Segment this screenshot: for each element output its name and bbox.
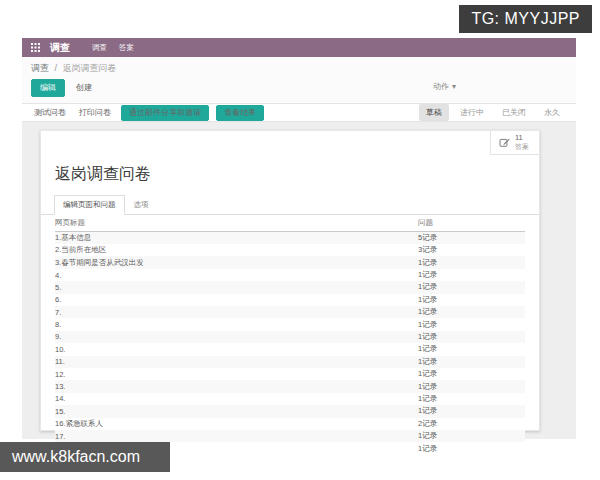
- status-step[interactable]: 进行中: [453, 104, 491, 121]
- app-window: 调查 调查 答案 调查 / 返岗调查问卷 编辑 创建 动作 ▾: [22, 38, 576, 437]
- view-buttons-row: 测试问卷 打印问卷 通过邮件分享和邀请 查看结果 草稿 进行中 已关闭 永久: [22, 103, 576, 122]
- question-count-cell: 1记录: [418, 258, 525, 268]
- action-dropdown[interactable]: 动作 ▾: [433, 81, 456, 92]
- navbar-menu-item[interactable]: 答案: [119, 43, 134, 53]
- page-title-cell: 1.基本信息: [55, 233, 418, 243]
- question-count-cell: 1记录: [418, 369, 525, 379]
- question-count-cell: 1记录: [418, 332, 525, 342]
- question-count-cell: 1记录: [418, 406, 525, 416]
- table-row[interactable]: 16.紧急联系人 2记录: [55, 418, 525, 430]
- notebook-tab[interactable]: 选项: [125, 195, 158, 215]
- page-title-cell: 16.紧急联系人: [55, 419, 418, 429]
- notebook-tabs: 编辑页面和问题 选项: [54, 194, 539, 214]
- answers-stat-button[interactable]: 11 答案: [490, 131, 539, 155]
- top-navbar: 调查 调查 答案: [22, 38, 576, 57]
- navbar-menu-item[interactable]: 调查: [92, 43, 107, 53]
- question-count-cell: 1记录: [418, 382, 525, 392]
- question-count-cell: 1记录: [418, 431, 525, 441]
- table-row[interactable]: 7. 1记录: [55, 306, 525, 318]
- table-row[interactable]: 6. 1记录: [55, 294, 525, 306]
- table-row[interactable]: 15. 1记录: [55, 405, 525, 417]
- question-count-cell: 1记录: [418, 307, 525, 317]
- status-step[interactable]: 草稿: [419, 104, 449, 121]
- page-title-cell: 2.当前所在地区: [55, 245, 418, 255]
- view-button[interactable]: 通过邮件分享和邀请: [121, 105, 209, 121]
- edit-button[interactable]: 编辑: [31, 79, 65, 97]
- question-count-cell: 1记录: [418, 394, 525, 404]
- question-count-cell: 1记录: [418, 344, 525, 354]
- table-row[interactable]: 5. 1记录: [55, 281, 525, 293]
- table-row[interactable]: 13. 1记录: [55, 380, 525, 392]
- question-count-cell: 1记录: [418, 282, 525, 292]
- page-title-cell: 5.: [55, 283, 418, 292]
- actions-row: 编辑 创建 动作 ▾: [31, 79, 567, 103]
- table-row[interactable]: 14. 1记录: [55, 393, 525, 405]
- pages-table: 网页标题 问题 1.基本信息 5记录 2.当前所在地区 3记录: [55, 215, 525, 455]
- content-area: 11 答案 返岗调查问卷 编辑页面和问题 选项 网页标题 问题: [22, 122, 576, 439]
- table-header-row: 网页标题 问题: [55, 215, 525, 232]
- view-button[interactable]: 打印问卷: [76, 104, 114, 122]
- question-count-cell: 1记录: [418, 320, 525, 330]
- answers-label: 答案: [515, 143, 529, 151]
- page-title-cell: 13.: [55, 382, 418, 391]
- table-row[interactable]: 12. 1记录: [55, 368, 525, 380]
- table-row[interactable]: 10. 1记录: [55, 343, 525, 355]
- table-row[interactable]: 8. 1记录: [55, 318, 525, 330]
- site-watermark: www.k8kfacn.com: [0, 442, 170, 472]
- page-title-cell: 12.: [55, 370, 418, 379]
- notebook-tab[interactable]: 编辑页面和问题: [54, 195, 125, 215]
- statusbar: 草稿 进行中 已关闭 永久: [419, 104, 567, 121]
- apps-grid-icon[interactable]: [31, 43, 40, 52]
- page-title: 返岗调查问卷: [55, 164, 539, 185]
- question-count-cell: 3记录: [418, 245, 525, 255]
- question-count-cell: 1记录: [418, 357, 525, 367]
- breadcrumb-parent[interactable]: 调查: [31, 63, 49, 73]
- breadcrumb: 调查 / 返岗调查问卷: [31, 62, 567, 75]
- caret-down-icon: ▾: [452, 82, 456, 91]
- question-count-cell: 5记录: [418, 233, 525, 243]
- question-count-cell: 1记录: [418, 444, 525, 454]
- status-step[interactable]: 永久: [537, 104, 567, 121]
- page-title-cell: 4.: [55, 271, 418, 280]
- telegram-watermark: TG: MYYJJPP: [459, 5, 592, 33]
- view-button[interactable]: 测试问卷: [31, 104, 69, 122]
- create-button[interactable]: 创建: [73, 79, 95, 97]
- form-sheet: 11 答案 返岗调查问卷 编辑页面和问题 选项 网页标题 问题: [40, 130, 540, 431]
- table-body: 1.基本信息 5记录 2.当前所在地区 3记录 3.春节期间是否从武汉出发 1记…: [55, 232, 525, 455]
- table-row[interactable]: 4. 1记录: [55, 269, 525, 281]
- question-count-cell: 1记录: [418, 295, 525, 305]
- page-title-cell: 11.: [55, 357, 418, 366]
- breadcrumb-separator: /: [55, 63, 58, 73]
- table-row[interactable]: 3.春节期间是否从武汉出发 1记录: [55, 256, 525, 268]
- table-row[interactable]: 1.基本信息 5记录: [55, 232, 525, 244]
- column-header-questions[interactable]: 问题: [418, 218, 525, 228]
- page-title-cell: 9.: [55, 332, 418, 341]
- question-count-cell: 2记录: [418, 419, 525, 429]
- page-title-cell: 10.: [55, 345, 418, 354]
- view-button[interactable]: 查看结果: [216, 105, 264, 121]
- page-title-cell: 14.: [55, 394, 418, 403]
- table-row[interactable]: 11. 1记录: [55, 356, 525, 368]
- navbar-menu: 调查 答案: [92, 43, 134, 53]
- view-buttons: 测试问卷 打印问卷 通过邮件分享和邀请 查看结果: [31, 104, 264, 122]
- breadcrumb-current: 返岗调查问卷: [63, 63, 117, 73]
- control-panel: 调查 / 返岗调查问卷 编辑 创建 动作 ▾: [22, 57, 576, 103]
- page-title-cell: 7.: [55, 308, 418, 317]
- answers-count: 11: [515, 134, 529, 143]
- action-dropdown-label: 动作: [433, 81, 449, 92]
- table-row[interactable]: 17. 1记录: [55, 430, 525, 442]
- page-title-cell: 15.: [55, 407, 418, 416]
- page-title-cell: 8.: [55, 320, 418, 329]
- stat-button-row: 11 答案: [41, 131, 539, 155]
- table-row[interactable]: 9. 1记录: [55, 331, 525, 343]
- app-name[interactable]: 调查: [50, 41, 70, 55]
- page-title-cell: 17.: [55, 432, 418, 441]
- column-header-page-title[interactable]: 网页标题: [55, 218, 418, 228]
- edit-note-icon: [499, 137, 510, 148]
- page-title-cell: 3.春节期间是否从武汉出发: [55, 258, 418, 268]
- page-title-cell: 6.: [55, 295, 418, 304]
- status-step[interactable]: 已关闭: [495, 104, 533, 121]
- stat-text: 11 答案: [515, 134, 529, 151]
- table-row[interactable]: 2.当前所在地区 3记录: [55, 244, 525, 256]
- question-count-cell: 1记录: [418, 270, 525, 280]
